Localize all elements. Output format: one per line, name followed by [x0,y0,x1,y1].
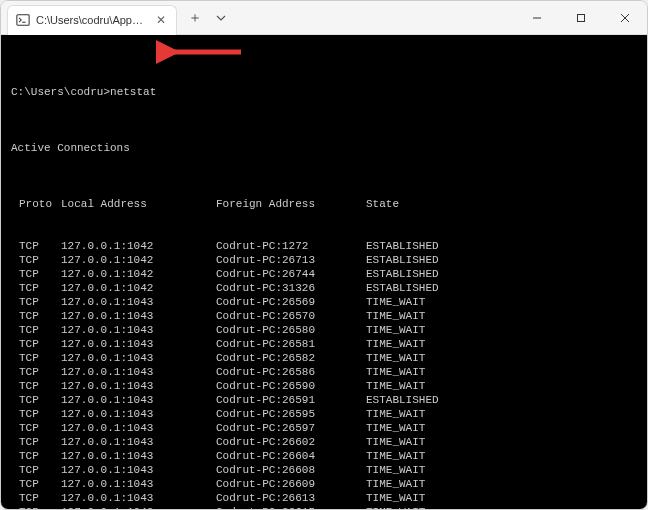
cell-foreign: Codrut-PC:26604 [216,449,366,463]
cell-local: 127.0.0.1:1043 [61,393,216,407]
cell-proto: TCP [11,393,61,407]
cell-foreign: Codrut-PC:1272 [216,239,366,253]
titlebar[interactable]: C:\Users\codru\AppData\Roa ✕ ＋ [1,1,647,35]
table-row: TCP127.0.0.1:1043Codrut-PC:26609TIME_WAI… [11,477,637,491]
table-row: TCP127.0.0.1:1043Codrut-PC:26602TIME_WAI… [11,435,637,449]
cell-local: 127.0.0.1:1043 [61,435,216,449]
cell-proto: TCP [11,449,61,463]
table-row: TCP127.0.0.1:1043Codrut-PC:26590TIME_WAI… [11,379,637,393]
window-controls [515,1,647,35]
tab-dropdown-button[interactable] [209,4,233,32]
cell-proto: TCP [11,253,61,267]
table-row: TCP127.0.0.1:1042Codrut-PC:26744ESTABLIS… [11,267,637,281]
table-row: TCP127.0.0.1:1043Codrut-PC:26591ESTABLIS… [11,393,637,407]
table-row: TCP127.0.0.1:1043Codrut-PC:26604TIME_WAI… [11,449,637,463]
table-header: Proto Local Address Foreign Address Stat… [11,197,637,211]
cell-foreign: Codrut-PC:26569 [216,295,366,309]
cell-local: 127.0.0.1:1042 [61,267,216,281]
header-foreign: Foreign Address [216,197,366,211]
cell-proto: TCP [11,337,61,351]
table-row: TCP127.0.0.1:1043Codrut-PC:26586TIME_WAI… [11,365,637,379]
svg-rect-3 [578,14,585,21]
new-tab-button[interactable]: ＋ [181,4,209,32]
cell-foreign: Codrut-PC:26570 [216,309,366,323]
cell-state: TIME_WAIT [366,337,637,351]
maximize-button[interactable] [559,1,603,35]
cell-foreign: Codrut-PC:26591 [216,393,366,407]
cell-proto: TCP [11,421,61,435]
terminal-output[interactable]: C:\Users\codru>netstat Active Connection… [1,35,647,509]
cell-local: 127.0.0.1:1043 [61,505,216,509]
cell-foreign: Codrut-PC:26613 [216,491,366,505]
prompt-text: C:\Users\codru> [11,86,110,98]
terminal-window: C:\Users\codru\AppData\Roa ✕ ＋ [0,0,648,510]
table-row: TCP127.0.0.1:1043Codrut-PC:26597TIME_WAI… [11,421,637,435]
cell-local: 127.0.0.1:1043 [61,407,216,421]
cell-foreign: Codrut-PC:26609 [216,477,366,491]
cell-local: 127.0.0.1:1043 [61,421,216,435]
cell-proto: TCP [11,379,61,393]
header-state: State [366,197,637,211]
cell-state: ESTABLISHED [366,393,637,407]
cell-foreign: Codrut-PC:26581 [216,337,366,351]
close-tab-icon[interactable]: ✕ [154,13,168,27]
cell-local: 127.0.0.1:1043 [61,463,216,477]
cell-state: ESTABLISHED [366,239,637,253]
cell-proto: TCP [11,351,61,365]
cell-foreign: Codrut-PC:26595 [216,407,366,421]
cell-foreign: Codrut-PC:31326 [216,281,366,295]
cell-state: ESTABLISHED [366,253,637,267]
cell-foreign: Codrut-PC:26580 [216,323,366,337]
cell-state: TIME_WAIT [366,477,637,491]
cell-local: 127.0.0.1:1043 [61,323,216,337]
table-row: TCP127.0.0.1:1043Codrut-PC:26569TIME_WAI… [11,295,637,309]
table-row: TCP127.0.0.1:1043Codrut-PC:26581TIME_WAI… [11,337,637,351]
cell-local: 127.0.0.1:1043 [61,477,216,491]
cell-local: 127.0.0.1:1043 [61,449,216,463]
cell-foreign: Codrut-PC:26744 [216,267,366,281]
cell-local: 127.0.0.1:1043 [61,351,216,365]
svg-rect-0 [17,15,29,26]
table-row: TCP127.0.0.1:1043Codrut-PC:26570TIME_WAI… [11,309,637,323]
cell-proto: TCP [11,491,61,505]
cell-local: 127.0.0.1:1042 [61,281,216,295]
section-title: Active Connections [11,141,637,155]
minimize-button[interactable] [515,1,559,35]
cell-state: TIME_WAIT [366,421,637,435]
cell-proto: TCP [11,463,61,477]
table-row: TCP127.0.0.1:1042Codrut-PC:26713ESTABLIS… [11,253,637,267]
terminal-icon [16,13,30,27]
cell-foreign: Codrut-PC:26597 [216,421,366,435]
table-row: TCP127.0.0.1:1043Codrut-PC:26580TIME_WAI… [11,323,637,337]
cell-local: 127.0.0.1:1043 [61,365,216,379]
cell-state: TIME_WAIT [366,365,637,379]
cell-state: TIME_WAIT [366,435,637,449]
cell-state: TIME_WAIT [366,379,637,393]
tab-active[interactable]: C:\Users\codru\AppData\Roa ✕ [7,5,177,35]
command-text: netstat [110,86,156,98]
cell-foreign: Codrut-PC:26608 [216,463,366,477]
cell-state: TIME_WAIT [366,309,637,323]
cell-proto: TCP [11,323,61,337]
cell-state: TIME_WAIT [366,449,637,463]
prompt-line: C:\Users\codru>netstat [11,85,637,99]
cell-proto: TCP [11,505,61,509]
cell-state: ESTABLISHED [366,281,637,295]
cell-state: ESTABLISHED [366,267,637,281]
cell-proto: TCP [11,407,61,421]
cell-state: TIME_WAIT [366,505,637,509]
table-row: TCP127.0.0.1:1042Codrut-PC:31326ESTABLIS… [11,281,637,295]
close-window-button[interactable] [603,1,647,35]
cell-state: TIME_WAIT [366,295,637,309]
cell-local: 127.0.0.1:1043 [61,379,216,393]
cell-proto: TCP [11,435,61,449]
header-proto: Proto [11,197,61,211]
cell-foreign: Codrut-PC:26615 [216,505,366,509]
table-row: TCP127.0.0.1:1043Codrut-PC:26608TIME_WAI… [11,463,637,477]
header-local: Local Address [61,197,216,211]
cell-proto: TCP [11,239,61,253]
cell-proto: TCP [11,477,61,491]
cell-local: 127.0.0.1:1042 [61,253,216,267]
cell-local: 127.0.0.1:1043 [61,491,216,505]
cell-proto: TCP [11,309,61,323]
